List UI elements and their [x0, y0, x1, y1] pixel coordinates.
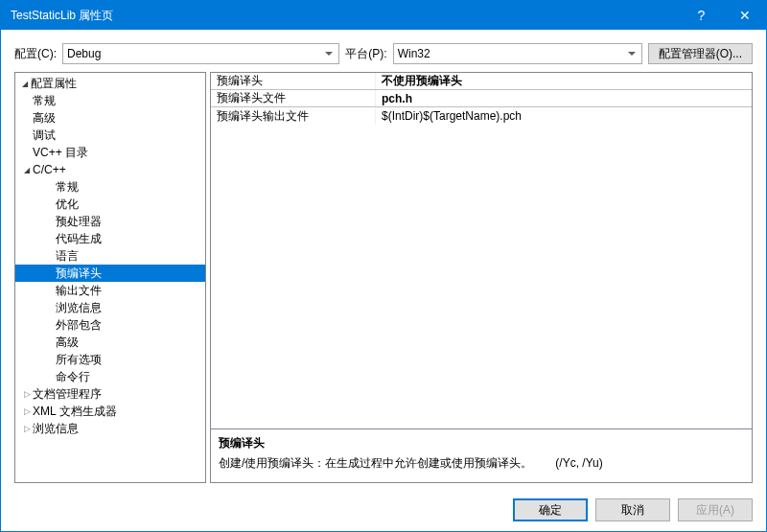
right-pane: 预编译头 不使用预编译头 预编译头文件 pch.h 预编译头输出文件 $(Int…: [210, 72, 753, 483]
desc-text: 创建/使用预编译头：在生成过程中允许创建或使用预编译头。(/Yc, /Yu): [219, 455, 744, 472]
chevron-right-icon: [21, 389, 33, 399]
tree-item[interactable]: 浏览信息: [15, 299, 205, 316]
tree-view[interactable]: 配置属性 常规 高级 调试 VC++ 目录 C/C++ 常规 优化 预处理器 代…: [14, 72, 206, 483]
main-area: 配置属性 常规 高级 调试 VC++ 目录 C/C++ 常规 优化 预处理器 代…: [1, 72, 766, 489]
tree-item[interactable]: 高级: [15, 334, 205, 351]
tree-item[interactable]: XML 文档生成器: [15, 403, 205, 420]
help-button[interactable]: ?: [680, 1, 723, 30]
tree-item[interactable]: 所有选项: [15, 351, 205, 368]
tree-item-precompiled-header[interactable]: 预编译头: [15, 265, 205, 282]
tree-root[interactable]: 配置属性: [15, 75, 205, 92]
prop-value[interactable]: pch.h: [376, 92, 752, 105]
prop-value[interactable]: 不使用预编译头: [376, 73, 752, 89]
tree-item[interactable]: 代码生成: [15, 230, 205, 247]
tree-item[interactable]: 输出文件: [15, 282, 205, 299]
ok-button[interactable]: 确定: [513, 498, 588, 521]
grid-row[interactable]: 预编译头文件 pch.h: [211, 90, 752, 107]
prop-name: 预编译头文件: [211, 90, 376, 106]
config-value: Debug: [67, 47, 101, 60]
tree-item[interactable]: 语言: [15, 247, 205, 265]
prop-name: 预编译头输出文件: [211, 108, 376, 125]
chevron-down-icon: [21, 165, 33, 174]
tree-item[interactable]: 调试: [15, 127, 205, 144]
tree-item[interactable]: 常规: [15, 92, 205, 109]
tree-item[interactable]: 高级: [15, 109, 205, 127]
grid-row[interactable]: 预编译头输出文件 $(IntDir)$(TargetName).pch: [211, 107, 752, 125]
platform-value: Win32: [398, 47, 430, 60]
close-button[interactable]: ✕: [723, 1, 766, 30]
tree-cpp[interactable]: C/C++: [15, 161, 205, 178]
tree-item[interactable]: 常规: [15, 178, 205, 196]
window-title: TestStaticLib 属性页: [11, 8, 680, 24]
tree-item[interactable]: 优化: [15, 196, 205, 213]
chevron-down-icon: [19, 79, 31, 88]
config-label: 配置(C):: [14, 46, 57, 62]
tree-item[interactable]: 命令行: [15, 368, 205, 385]
tree-item[interactable]: 浏览信息: [15, 420, 205, 437]
tree-item[interactable]: VC++ 目录: [15, 144, 205, 161]
grid-row[interactable]: 预编译头 不使用预编译头: [211, 73, 752, 90]
platform-label: 平台(P):: [345, 46, 386, 62]
prop-value[interactable]: $(IntDir)$(TargetName).pch: [376, 109, 752, 123]
description-panel: 预编译头 创建/使用预编译头：在生成过程中允许创建或使用预编译头。(/Yc, /…: [210, 429, 753, 483]
dialog-buttons: 确定 取消 应用(A): [1, 489, 766, 531]
prop-name: 预编译头: [211, 73, 376, 89]
desc-title: 预编译头: [219, 435, 744, 451]
toolbar: 配置(C): Debug 平台(P): Win32 配置管理器(O)...: [1, 30, 766, 72]
chevron-right-icon: [21, 406, 33, 416]
tree-item[interactable]: 预处理器: [15, 213, 205, 230]
cancel-button[interactable]: 取消: [595, 498, 670, 521]
chevron-right-icon: [21, 424, 33, 433]
config-dropdown[interactable]: Debug: [62, 43, 339, 64]
platform-dropdown[interactable]: Win32: [393, 43, 642, 64]
config-manager-button[interactable]: 配置管理器(O)...: [648, 43, 753, 64]
tree-item[interactable]: 文档管理程序: [15, 385, 205, 403]
property-grid: 预编译头 不使用预编译头 预编译头文件 pch.h 预编译头输出文件 $(Int…: [210, 72, 753, 429]
apply-button[interactable]: 应用(A): [678, 498, 753, 521]
tree-item[interactable]: 外部包含: [15, 316, 205, 334]
titlebar: TestStaticLib 属性页 ? ✕: [1, 1, 766, 30]
